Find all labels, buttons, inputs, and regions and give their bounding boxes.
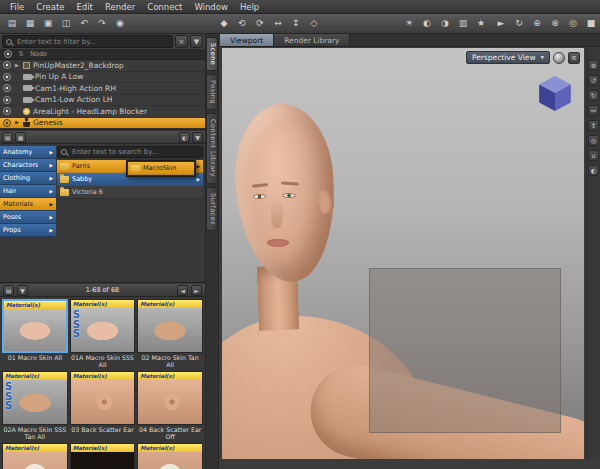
folder-icon — [60, 189, 69, 196]
menu-connect[interactable]: Connect — [141, 2, 188, 12]
product-thumbnail[interactable]: Material(s) SSS 02A Macro Skin SSS Tan A… — [2, 371, 68, 441]
view-cube-button[interactable]: ◆ — [215, 16, 233, 32]
region-edit-button[interactable]: ■ — [582, 16, 600, 32]
new-file-button[interactable]: ▤ — [3, 16, 21, 32]
expander-icon[interactable]: ▶ — [14, 120, 20, 125]
orbit-button[interactable]: ⟲ — [233, 16, 251, 32]
menu-render[interactable]: Render — [99, 2, 141, 12]
products-view-icon[interactable]: ▦ — [15, 132, 26, 143]
scene-node-backdrop[interactable]: ▶ PinUpMaster2_Backdrop — [0, 60, 205, 72]
home-view-icon[interactable]: ⌂ — [588, 150, 599, 161]
files-view-icon[interactable]: ▤ — [2, 132, 13, 143]
side-tab-content-library[interactable]: Content Library — [206, 113, 218, 183]
layers-button[interactable]: ▥ — [454, 16, 472, 32]
open-file-button[interactable]: ▦ — [21, 16, 39, 32]
category-anatomy[interactable]: Anatomy ▶ — [0, 146, 56, 159]
translate-tool-button[interactable]: ⊕ — [528, 16, 546, 32]
expander-icon[interactable]: ▶ — [14, 63, 20, 68]
node-label: Cam1-High Action RH — [35, 84, 116, 93]
filter-menu-icon[interactable]: ▼ — [190, 35, 203, 48]
prev-page-icon[interactable]: ◄ — [177, 285, 188, 296]
pan-horizontal-icon[interactable]: ↔ — [588, 105, 599, 116]
product-thumbnail[interactable]: Material(s) 04 Back Scatter Ear Off — [137, 371, 203, 441]
pan-button[interactable]: ↔ — [269, 16, 287, 32]
dolly-button[interactable]: ↕ — [287, 16, 305, 32]
category-characters[interactable]: Characters ▶ — [0, 159, 56, 172]
visibility-toggle-icon[interactable] — [3, 119, 11, 127]
menu-help[interactable]: Help — [234, 2, 265, 12]
undo-button[interactable]: ↶ — [75, 16, 93, 32]
menu-window[interactable]: Window — [188, 2, 234, 12]
category-poses[interactable]: Poses ▶ — [0, 211, 56, 224]
category-props[interactable]: Props ▶ — [0, 224, 56, 237]
folder-macroskin[interactable]: MacroSkin — [128, 162, 194, 175]
category-materials[interactable]: Materials ▶ — [0, 198, 56, 211]
visibility-toggle-icon[interactable] — [3, 107, 11, 115]
favorites-button[interactable]: ★ — [472, 16, 490, 32]
viewport-options-icon[interactable]: ≡ — [568, 52, 580, 64]
rotate-tool-button[interactable]: ↻ — [510, 16, 528, 32]
zoom-icon[interactable]: ⊕ — [588, 60, 599, 71]
product-thumbnail[interactable]: Material(s) 03 Back Scatter Ear — [70, 371, 136, 441]
shade-button[interactable]: ◐ — [418, 16, 436, 32]
category-hair[interactable]: Hair ▶ — [0, 185, 56, 198]
tab-render-library[interactable]: Render Library — [274, 34, 350, 46]
pan-vertical-icon[interactable]: ↕ — [588, 120, 599, 131]
visibility-toggle-icon[interactable] — [3, 73, 11, 81]
redo-button[interactable]: ↷ — [93, 16, 111, 32]
product-thumbnail[interactable]: Material(s) SSS 01A Macro Skin SSS All — [70, 299, 136, 369]
draw-style-icon[interactable] — [553, 52, 565, 64]
scene-node-cam1-high[interactable]: Cam1-High Action RH — [0, 83, 205, 95]
visibility-toggle-icon[interactable] — [3, 84, 11, 92]
import-button[interactable]: ◫ — [57, 16, 75, 32]
side-tab-scene[interactable]: Scene — [206, 37, 218, 71]
side-tab-posing[interactable]: Posing — [206, 74, 218, 110]
scene-node-cam1-low[interactable]: Cam1-Low Action LH — [0, 95, 205, 107]
save-button[interactable]: ▣ — [39, 16, 57, 32]
frame-button[interactable]: ◇ — [305, 16, 323, 32]
spin-button[interactable]: ⟳ — [251, 16, 269, 32]
product-thumbnail[interactable]: Material(s) — [137, 443, 203, 469]
product-thumbnail[interactable]: Material(s) 02 Macro Skin Tan All — [137, 299, 203, 369]
menu-file[interactable]: File — [4, 2, 30, 12]
sort-menu-icon[interactable]: ▼ — [17, 285, 28, 296]
next-page-icon[interactable]: ► — [191, 285, 202, 296]
pane-menu-icon[interactable]: ▼ — [192, 132, 203, 143]
camera-selector[interactable]: Perspective View ▼ — [466, 51, 550, 64]
view-cube[interactable] — [536, 74, 574, 112]
layers-icon: ▥ — [459, 19, 468, 28]
visibility-toggle-icon[interactable] — [3, 96, 11, 104]
lights-button[interactable]: ☀ — [400, 16, 418, 32]
scene-filter-input[interactable] — [15, 37, 169, 47]
scale-tool-button[interactable]: ⊗ — [546, 16, 564, 32]
surface-select-button[interactable]: ◎ — [564, 16, 582, 32]
tab-viewport[interactable]: Viewport — [220, 34, 274, 46]
viewport-canvas[interactable]: Perspective View ▼ ≡ — [222, 48, 584, 459]
filter-clear-icon[interactable]: × — [175, 35, 188, 48]
scene-node-genesis[interactable]: ▶ Genesis — [0, 118, 205, 130]
visibility-toggle-icon[interactable] — [3, 61, 11, 69]
thumbnail-frame: Material(s) — [2, 299, 68, 353]
node-select-button[interactable]: ► — [492, 16, 510, 32]
render-button[interactable]: ◉ — [111, 16, 129, 32]
side-tab-surfaces[interactable]: Surfaces — [206, 187, 218, 231]
menu-create[interactable]: Create — [30, 2, 70, 12]
product-thumbnail[interactable]: Material(s) 01 Macro Skin All — [2, 299, 68, 369]
favorites-icon: ★ — [477, 19, 485, 28]
scene-node-arealight[interactable]: AreaLight - HeadLamp Blocker — [0, 106, 205, 118]
aim-icon[interactable]: ◎ — [588, 135, 599, 146]
orbit-left-icon[interactable]: ↺ — [588, 75, 599, 86]
display-options-icon[interactable]: ◐ — [179, 132, 190, 143]
tone-button[interactable]: ◑ — [436, 16, 454, 32]
scene-node-pinup-cam[interactable]: Pin Up A Low — [0, 72, 205, 84]
folder-victoria6[interactable]: Victoria 6 — [57, 186, 203, 199]
grid-view-icon[interactable]: ▤ — [3, 285, 14, 296]
product-thumbnail[interactable]: Material(s) — [70, 443, 136, 469]
frame-view-icon[interactable]: ◐ — [588, 165, 599, 176]
menu-edit[interactable]: Edit — [70, 2, 98, 12]
category-clothing[interactable]: Clothing ▶ — [0, 172, 56, 185]
content-search-input[interactable] — [70, 147, 199, 157]
orbit-right-icon[interactable]: ↻ — [588, 90, 599, 101]
thumbnail-frame: Material(s) SSS — [2, 371, 68, 425]
product-thumbnail[interactable]: Material(s) — [2, 443, 68, 469]
